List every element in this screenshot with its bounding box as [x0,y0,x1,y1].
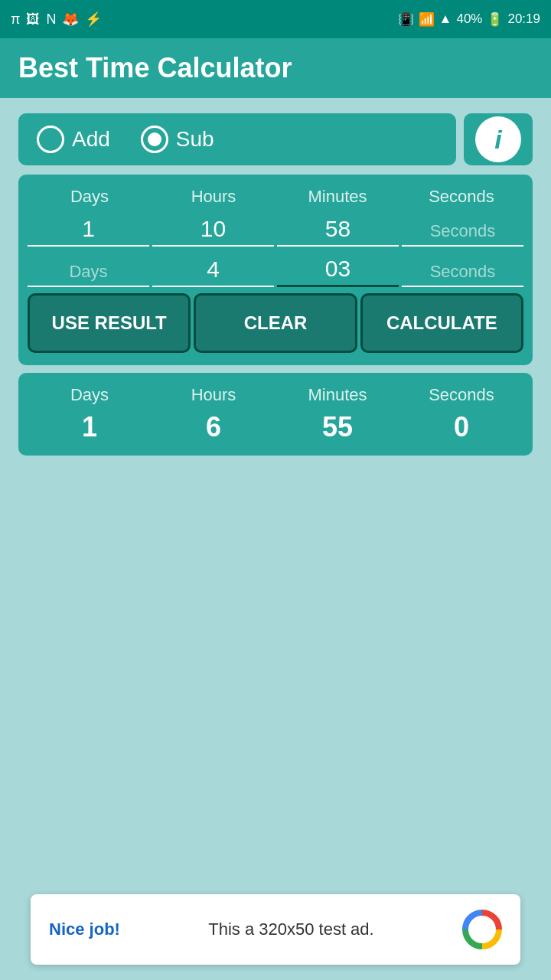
row1-days-input[interactable] [28,213,149,247]
row2-days-input[interactable] [28,253,149,287]
image-icon: 🖼 [26,11,40,28]
result-col-minutes: Minutes 55 [276,385,399,443]
row1-minutes-input[interactable] [277,213,399,247]
battery-icon: 🔋 [487,11,503,28]
firefox-icon: 🦊 [62,11,79,28]
column-headers-row1: Days Hours Minutes Seconds [28,187,523,207]
use-result-button[interactable]: USE RESULT [28,293,191,353]
sub-radio-option[interactable]: Sub [141,126,214,153]
battery-text: 40% [456,11,482,27]
radio-section: Add Sub [18,113,456,165]
result-minutes-label: Minutes [276,385,399,405]
info-button[interactable]: i [464,113,533,165]
svg-point-1 [474,922,490,937]
control-panel: Add Sub i [18,113,533,165]
status-left-icons: π 🖼 N 🦊 ⚡ [11,11,102,28]
input-section: Days Hours Minutes Seconds USE RESULT CL… [18,175,533,365]
row1-seconds-input[interactable] [402,213,523,247]
row1-hours-input[interactable] [152,213,274,247]
main-content: Add Sub i Days Hours Minutes Seconds [0,98,551,471]
result-headers-row: Days 1 Hours 6 Minutes 55 Seconds 0 [28,385,523,443]
row2-seconds-input[interactable] [402,253,523,287]
ad-nice-job: Nice job! [49,920,120,939]
result-col-hours: Hours 6 [152,385,276,443]
ad-banner: Nice job! This a 320x50 test ad. [31,894,520,965]
input-row-2 [28,253,523,287]
input-row-1 [28,213,523,247]
vibrate-icon: 📳 [398,11,414,28]
wifi-icon: 📶 [419,11,435,28]
col-minutes-1: Minutes [276,187,399,207]
ad-logo [462,910,502,949]
col-hours-1: Hours [152,187,276,207]
calculate-button[interactable]: CALCULATE [360,293,523,353]
add-radio-option[interactable]: Add [37,126,110,153]
n-icon: N [46,11,56,28]
buttons-row: USE RESULT CLEAR CALCULATE [28,293,523,353]
result-hours-label: Hours [152,385,276,405]
app-title: Best Time Calculator [18,52,533,84]
signal-icon: ▲ [439,11,452,27]
usb-icon: ⚡ [85,11,102,28]
clock-time: 20:19 [507,11,540,27]
result-col-days: Days 1 [28,385,152,443]
result-hours-value: 6 [152,411,276,443]
info-icon: i [475,116,521,162]
col-seconds-1: Seconds [399,187,523,207]
app-header: Best Time Calculator [0,38,551,98]
result-days-label: Days [28,385,152,405]
sub-label: Sub [176,127,214,152]
result-seconds-label: Seconds [399,385,523,405]
add-radio-circle[interactable] [37,126,64,153]
clear-button[interactable]: CLEAR [194,293,357,353]
sub-radio-circle[interactable] [141,126,168,153]
status-right-icons: 📳 📶 ▲ 40% 🔋 20:19 [398,11,540,28]
result-section: Days 1 Hours 6 Minutes 55 Seconds 0 [18,373,533,456]
result-seconds-value: 0 [399,411,523,443]
pi-icon: π [11,11,20,28]
row2-hours-input[interactable] [152,253,274,287]
status-bar: π 🖼 N 🦊 ⚡ 📳 📶 ▲ 40% 🔋 20:19 [0,0,551,38]
ad-text: This a 320x50 test ad. [132,920,450,939]
result-col-seconds: Seconds 0 [399,385,523,443]
add-label: Add [72,127,110,152]
result-days-value: 1 [28,411,152,443]
col-days-1: Days [28,187,152,207]
row2-minutes-input[interactable] [277,253,399,287]
result-minutes-value: 55 [276,411,399,443]
